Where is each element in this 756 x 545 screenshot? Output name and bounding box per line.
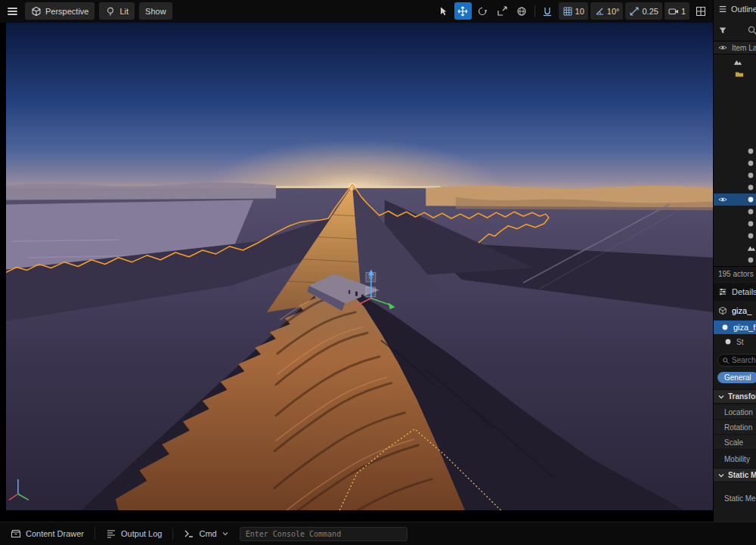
details-filter-chips: General	[714, 372, 756, 383]
details-search-input[interactable]	[732, 356, 756, 364]
world-coordinate-button[interactable]	[513, 2, 531, 20]
transform-section-header[interactable]: Transform	[714, 389, 756, 404]
rotate-icon	[477, 6, 488, 17]
outliner-row[interactable]	[714, 157, 756, 169]
location-label: Location	[724, 408, 753, 416]
eye-icon[interactable]	[718, 195, 727, 204]
viewport-layout-button[interactable]	[692, 2, 709, 20]
static-mesh-section-header[interactable]: Static Mesh	[714, 468, 756, 482]
camera-speed-group[interactable]: 1	[665, 2, 689, 20]
rotation-row[interactable]: Rotation	[714, 420, 756, 435]
landscape-icon	[733, 57, 742, 67]
details-icon	[718, 287, 727, 296]
rotation-snap-group[interactable]: 10°	[590, 2, 624, 20]
mobility-row[interactable]: Mobility	[714, 452, 756, 466]
folder-icon	[735, 70, 744, 79]
grid-snap-icon	[562, 6, 573, 17]
outliner-row[interactable]	[714, 206, 756, 218]
console-command-input[interactable]	[246, 530, 401, 538]
static-mesh-label: Static Mesh	[724, 494, 756, 503]
outliner-icon	[718, 5, 727, 14]
scale-tool-button[interactable]	[494, 2, 511, 20]
component-name: giza_f	[733, 323, 755, 332]
grid-snap-value: 10	[575, 7, 584, 16]
mobility-label: Mobility	[724, 455, 750, 463]
outliner-row-selected[interactable]	[714, 194, 756, 206]
bulb-icon	[105, 6, 116, 17]
chevron-down-icon	[222, 530, 229, 537]
globe-icon	[516, 6, 527, 17]
actor-sphere-icon	[747, 208, 754, 215]
cmd-label: Cmd	[199, 529, 216, 538]
details-search-row	[714, 354, 756, 367]
statusbar-separator	[172, 528, 173, 540]
outliner-column-header[interactable]: Item Label	[714, 41, 756, 54]
eye-icon[interactable]	[718, 43, 727, 52]
subcomponent-name: St	[736, 338, 743, 346]
landscape-icon	[747, 243, 756, 252]
outliner-row[interactable]	[714, 145, 756, 157]
actor-sphere-icon	[747, 184, 754, 191]
scale-snap-value: 0.25	[642, 7, 658, 16]
show-dropdown[interactable]: Show	[139, 2, 172, 20]
grid-snap-group[interactable]: 10	[559, 2, 588, 20]
transform-section-label: Transform	[728, 392, 756, 401]
general-chip[interactable]: General	[717, 372, 756, 383]
location-row[interactable]: Location	[714, 405, 756, 420]
scale-label: Scale	[724, 438, 743, 447]
content-drawer-button[interactable]: Content Drawer	[6, 525, 88, 542]
details-search-box[interactable]	[717, 354, 756, 367]
cursor-icon	[438, 6, 448, 17]
static-mesh-row[interactable]: Static Mesh	[714, 491, 756, 505]
rotate-tool-button[interactable]	[474, 2, 491, 20]
outliner-row[interactable]	[714, 230, 756, 242]
outliner-row[interactable]	[714, 242, 756, 254]
content-drawer-label: Content Drawer	[26, 529, 84, 538]
actor-count: 195 actors	[718, 270, 754, 278]
surface-snap-icon	[542, 6, 553, 17]
outliner-row[interactable]	[714, 169, 756, 181]
scale-row[interactable]: Scale	[714, 435, 756, 450]
viewport[interactable]: Perspective Lit Show	[0, 0, 713, 522]
output-log-button[interactable]: Output Log	[101, 525, 166, 542]
cmd-dropdown[interactable]: Cmd	[179, 525, 233, 542]
outliner-row[interactable]	[714, 181, 756, 194]
perspective-dropdown[interactable]: Perspective	[25, 2, 94, 20]
details-subcomponent-row[interactable]: St	[714, 336, 756, 348]
details-actor-row[interactable]: giza_	[714, 304, 756, 317]
details-title: Details	[732, 287, 756, 296]
search-icon	[722, 357, 730, 364]
actor-sphere-icon	[747, 220, 754, 228]
right-panel: Outliner Item Label	[713, 0, 756, 522]
outliner-row[interactable]	[714, 218, 756, 230]
viewport-scene[interactable]	[6, 23, 713, 510]
hamburger-icon	[8, 8, 17, 15]
actor-sphere-icon	[747, 196, 754, 203]
outliner-row-folder[interactable]	[714, 68, 756, 80]
outliner-search-icon[interactable]	[747, 25, 756, 36]
details-tab[interactable]: Details	[714, 283, 756, 301]
perspective-label: Perspective	[45, 7, 88, 16]
surface-snap-button[interactable]	[539, 2, 556, 20]
details-component-row-selected[interactable]: giza_f	[714, 320, 756, 334]
actor-name: giza_	[732, 306, 751, 315]
actor-sphere-icon	[747, 256, 754, 264]
actor-sphere-icon	[747, 172, 754, 179]
select-tool-button[interactable]	[435, 2, 452, 20]
outliner-row[interactable]	[714, 254, 756, 266]
static-mesh-section-label: Static Mesh	[728, 471, 756, 479]
scale-snap-icon	[629, 6, 640, 17]
filter-icon[interactable]	[718, 26, 727, 35]
move-tool-button[interactable]	[454, 2, 472, 20]
scale-snap-group[interactable]: 0.25	[625, 2, 662, 20]
lit-dropdown[interactable]: Lit	[99, 2, 135, 20]
outliner-row-landscape[interactable]	[714, 56, 756, 68]
rotation-snap-value: 10°	[607, 7, 620, 16]
outliner-title: Outliner	[731, 5, 756, 14]
status-bar: Content Drawer Output Log Cmd	[0, 522, 756, 545]
item-label-header: Item Label	[732, 44, 756, 52]
camera-icon	[668, 6, 679, 17]
output-log-icon	[106, 528, 116, 539]
viewport-menu-button[interactable]	[5, 2, 20, 20]
console-command-box[interactable]	[240, 527, 407, 541]
